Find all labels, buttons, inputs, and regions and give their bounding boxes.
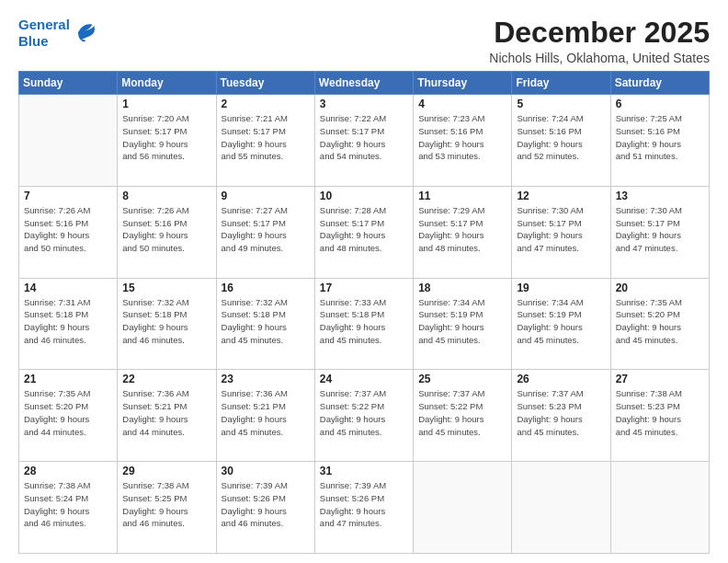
day-info: Sunrise: 7:37 AM Sunset: 5:22 PM Dayligh… xyxy=(320,387,408,438)
day-number: 26 xyxy=(517,373,605,385)
calendar-cell: 24Sunrise: 7:37 AM Sunset: 5:22 PM Dayli… xyxy=(314,370,413,462)
day-info: Sunrise: 7:33 AM Sunset: 5:18 PM Dayligh… xyxy=(320,296,408,347)
day-number: 5 xyxy=(517,98,605,110)
day-info: Sunrise: 7:20 AM Sunset: 5:17 PM Dayligh… xyxy=(122,112,210,163)
day-info: Sunrise: 7:38 AM Sunset: 5:25 PM Dayligh… xyxy=(122,479,210,530)
day-number: 17 xyxy=(320,282,408,294)
day-number: 2 xyxy=(222,98,310,110)
day-info: Sunrise: 7:37 AM Sunset: 5:23 PM Dayligh… xyxy=(517,387,605,438)
day-number: 10 xyxy=(320,190,408,202)
weekday-header: Thursday xyxy=(414,72,512,95)
logo-line1: General xyxy=(18,17,70,32)
day-number: 15 xyxy=(122,282,210,294)
day-number: 22 xyxy=(122,373,210,385)
location: Nichols Hills, Oklahoma, United States xyxy=(489,51,710,65)
calendar-header-row: SundayMondayTuesdayWednesdayThursdayFrid… xyxy=(19,72,710,95)
calendar-cell: 29Sunrise: 7:38 AM Sunset: 5:25 PM Dayli… xyxy=(118,462,216,554)
weekday-header: Monday xyxy=(118,72,216,95)
weekday-header: Tuesday xyxy=(216,72,314,95)
day-info: Sunrise: 7:25 AM Sunset: 5:16 PM Dayligh… xyxy=(616,112,704,163)
calendar-cell: 23Sunrise: 7:36 AM Sunset: 5:21 PM Dayli… xyxy=(216,370,314,462)
day-info: Sunrise: 7:36 AM Sunset: 5:21 PM Dayligh… xyxy=(222,387,310,438)
calendar-cell: 3Sunrise: 7:22 AM Sunset: 5:17 PM Daylig… xyxy=(314,95,413,187)
day-info: Sunrise: 7:38 AM Sunset: 5:23 PM Dayligh… xyxy=(616,387,704,438)
weekday-header: Saturday xyxy=(610,72,709,95)
day-number: 27 xyxy=(616,373,704,385)
calendar-cell: 2Sunrise: 7:21 AM Sunset: 5:17 PM Daylig… xyxy=(216,95,314,187)
day-info: Sunrise: 7:32 AM Sunset: 5:18 PM Dayligh… xyxy=(222,296,310,347)
day-number: 31 xyxy=(320,465,408,477)
calendar-cell: 6Sunrise: 7:25 AM Sunset: 5:16 PM Daylig… xyxy=(610,95,709,187)
logo: General Blue xyxy=(18,17,97,50)
calendar-cell: 18Sunrise: 7:34 AM Sunset: 5:19 PM Dayli… xyxy=(414,278,512,370)
calendar-cell xyxy=(19,95,118,187)
calendar-cell: 28Sunrise: 7:38 AM Sunset: 5:24 PM Dayli… xyxy=(19,462,118,554)
calendar-cell: 4Sunrise: 7:23 AM Sunset: 5:16 PM Daylig… xyxy=(414,95,512,187)
day-info: Sunrise: 7:34 AM Sunset: 5:19 PM Dayligh… xyxy=(517,296,605,347)
logo-line2: Blue xyxy=(18,33,49,49)
day-info: Sunrise: 7:31 AM Sunset: 5:18 PM Dayligh… xyxy=(24,296,112,347)
day-number: 28 xyxy=(24,465,112,477)
day-info: Sunrise: 7:34 AM Sunset: 5:19 PM Dayligh… xyxy=(418,296,506,347)
day-number: 6 xyxy=(616,98,704,110)
calendar-cell: 5Sunrise: 7:24 AM Sunset: 5:16 PM Daylig… xyxy=(512,95,610,187)
day-number: 24 xyxy=(320,373,408,385)
day-number: 25 xyxy=(418,373,506,385)
day-number: 1 xyxy=(122,98,210,110)
header: General Blue December 2025 Nichols Hills… xyxy=(18,17,710,65)
day-number: 13 xyxy=(616,190,704,202)
calendar-week-row: 28Sunrise: 7:38 AM Sunset: 5:24 PM Dayli… xyxy=(19,462,710,554)
calendar-cell: 13Sunrise: 7:30 AM Sunset: 5:17 PM Dayli… xyxy=(610,186,709,278)
day-number: 18 xyxy=(418,282,506,294)
calendar-week-row: 1Sunrise: 7:20 AM Sunset: 5:17 PM Daylig… xyxy=(19,95,710,187)
day-number: 29 xyxy=(122,465,210,477)
calendar-cell: 19Sunrise: 7:34 AM Sunset: 5:19 PM Dayli… xyxy=(512,278,610,370)
day-info: Sunrise: 7:37 AM Sunset: 5:22 PM Dayligh… xyxy=(418,387,506,438)
page: General Blue December 2025 Nichols Hills… xyxy=(0,0,728,563)
day-info: Sunrise: 7:35 AM Sunset: 5:20 PM Dayligh… xyxy=(616,296,704,347)
day-number: 23 xyxy=(222,373,310,385)
calendar-table: SundayMondayTuesdayWednesdayThursdayFrid… xyxy=(18,71,710,554)
calendar-cell xyxy=(414,462,512,554)
weekday-header: Friday xyxy=(512,72,610,95)
day-number: 7 xyxy=(24,190,112,202)
day-info: Sunrise: 7:22 AM Sunset: 5:17 PM Dayligh… xyxy=(320,112,408,163)
day-number: 4 xyxy=(418,98,506,110)
day-info: Sunrise: 7:21 AM Sunset: 5:17 PM Dayligh… xyxy=(222,112,310,163)
calendar-cell: 27Sunrise: 7:38 AM Sunset: 5:23 PM Dayli… xyxy=(610,370,709,462)
day-info: Sunrise: 7:29 AM Sunset: 5:17 PM Dayligh… xyxy=(418,204,506,255)
calendar-cell: 12Sunrise: 7:30 AM Sunset: 5:17 PM Dayli… xyxy=(512,186,610,278)
calendar-cell: 31Sunrise: 7:39 AM Sunset: 5:26 PM Dayli… xyxy=(314,462,413,554)
day-number: 16 xyxy=(222,282,310,294)
day-info: Sunrise: 7:24 AM Sunset: 5:16 PM Dayligh… xyxy=(517,112,605,163)
calendar-cell: 22Sunrise: 7:36 AM Sunset: 5:21 PM Dayli… xyxy=(118,370,216,462)
title-block: December 2025 Nichols Hills, Oklahoma, U… xyxy=(489,17,710,65)
day-info: Sunrise: 7:39 AM Sunset: 5:26 PM Dayligh… xyxy=(320,479,408,530)
calendar-cell: 14Sunrise: 7:31 AM Sunset: 5:18 PM Dayli… xyxy=(19,278,118,370)
day-info: Sunrise: 7:36 AM Sunset: 5:21 PM Dayligh… xyxy=(122,387,210,438)
day-info: Sunrise: 7:30 AM Sunset: 5:17 PM Dayligh… xyxy=(517,204,605,255)
calendar-cell: 7Sunrise: 7:26 AM Sunset: 5:16 PM Daylig… xyxy=(19,186,118,278)
day-info: Sunrise: 7:26 AM Sunset: 5:16 PM Dayligh… xyxy=(122,204,210,255)
day-info: Sunrise: 7:39 AM Sunset: 5:26 PM Dayligh… xyxy=(222,479,310,530)
day-number: 14 xyxy=(24,282,112,294)
calendar-cell xyxy=(512,462,610,554)
calendar-cell: 17Sunrise: 7:33 AM Sunset: 5:18 PM Dayli… xyxy=(314,278,413,370)
day-number: 30 xyxy=(222,465,310,477)
calendar-cell: 30Sunrise: 7:39 AM Sunset: 5:26 PM Dayli… xyxy=(216,462,314,554)
day-info: Sunrise: 7:26 AM Sunset: 5:16 PM Dayligh… xyxy=(24,204,112,255)
calendar-cell: 16Sunrise: 7:32 AM Sunset: 5:18 PM Dayli… xyxy=(216,278,314,370)
calendar-cell: 26Sunrise: 7:37 AM Sunset: 5:23 PM Dayli… xyxy=(512,370,610,462)
day-number: 19 xyxy=(517,282,605,294)
calendar-cell xyxy=(610,462,709,554)
day-info: Sunrise: 7:28 AM Sunset: 5:17 PM Dayligh… xyxy=(320,204,408,255)
day-info: Sunrise: 7:27 AM Sunset: 5:17 PM Dayligh… xyxy=(222,204,310,255)
day-number: 8 xyxy=(122,190,210,202)
calendar-cell: 8Sunrise: 7:26 AM Sunset: 5:16 PM Daylig… xyxy=(118,186,216,278)
day-number: 12 xyxy=(517,190,605,202)
day-number: 21 xyxy=(24,373,112,385)
day-info: Sunrise: 7:38 AM Sunset: 5:24 PM Dayligh… xyxy=(24,479,112,530)
calendar-cell: 15Sunrise: 7:32 AM Sunset: 5:18 PM Dayli… xyxy=(118,278,216,370)
weekday-header: Sunday xyxy=(19,72,118,95)
day-number: 11 xyxy=(418,190,506,202)
